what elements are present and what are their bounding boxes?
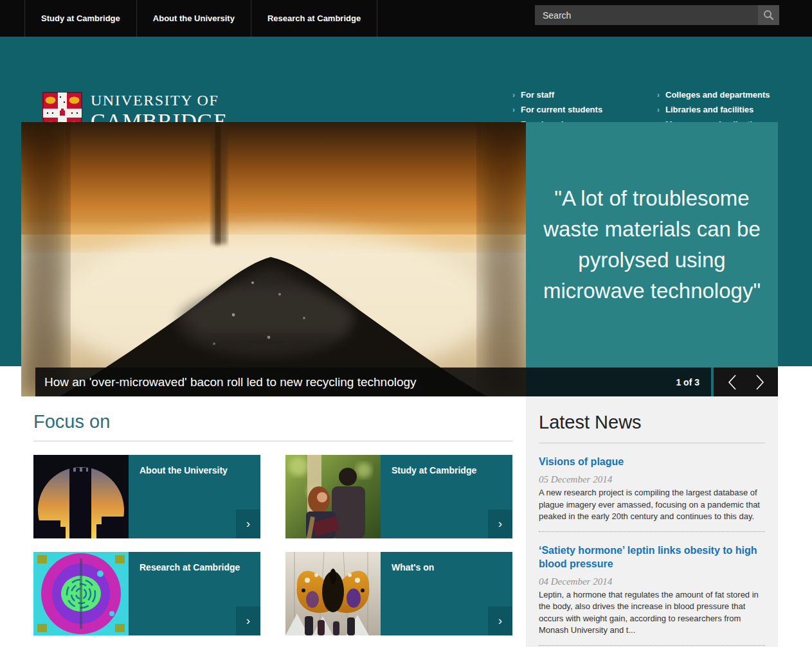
chevron-right-icon: › [512,105,515,114]
chevron-right-icon: › [512,91,515,100]
carousel-quote-text: "A lot of troublesome waste materials ca… [541,183,762,306]
tile-study-at-cambridge[interactable]: Study at Cambridge › [285,455,512,538]
tile-about-the-university[interactable]: About the University › [33,455,260,538]
carousel-pagination-bar: 1 of 3 [526,368,778,396]
study-cambridge-thumbnail [285,455,381,538]
tile-whats-on[interactable]: What's on › [285,552,512,635]
news-item-date: 05 December 2014 [539,474,765,485]
chevron-left-icon [727,374,737,391]
chevron-right-icon: › [657,105,660,114]
cambridge-homepage: Study at Cambridge About the University … [0,0,812,647]
research-cambridge-thumbnail [33,552,129,635]
search-button[interactable] [758,5,779,25]
link-libraries-facilities[interactable]: ›Libraries and facilities [657,102,770,117]
carousel-next-button[interactable] [755,374,765,391]
tile-chevron-right-icon[interactable]: › [488,510,512,538]
link-for-staff[interactable]: ›For staff [512,87,602,102]
tile-label: Study at Cambridge [381,455,512,475]
link-for-current-students[interactable]: ›For current students [512,102,602,117]
chevron-right-icon: › [657,91,660,100]
about-university-thumbnail [33,455,129,538]
pyrolysed-material-photo [21,122,526,396]
news-item-title-link[interactable]: ‘Satiety hormone’ leptin links obesity t… [539,544,765,571]
whats-on-thumbnail [285,552,381,635]
carousel-page-counter: 1 of 3 [526,368,711,396]
carousel-slide-image[interactable]: How an 'over-microwaved' bacon roll led … [21,122,526,396]
latest-news-sidebar: Latest News Visions of plague 05 Decembe… [526,396,778,647]
search-icon [763,10,774,21]
news-item-summary: A new research project is compiling the … [539,487,765,523]
carousel-caption[interactable]: How an 'over-microwaved' bacon roll led … [35,368,526,396]
focus-on-heading: Focus on [33,411,110,432]
tile-chevron-right-icon[interactable]: › [236,510,260,538]
tile-research-at-cambridge[interactable]: Research at Cambridge › [33,552,260,635]
primary-nav: Study at Cambridge About the University … [24,0,377,37]
tile-panel: About the University › [129,455,260,538]
news-item-title-link[interactable]: Visions of plague [539,455,765,468]
tile-label: About the University [129,455,260,475]
tile-chevron-right-icon[interactable]: › [488,607,512,635]
tile-panel: Study at Cambridge › [381,455,512,538]
site-search [535,5,779,25]
top-bar: Study at Cambridge About the University … [0,0,812,37]
news-item: ‘Satiety hormone’ leptin links obesity t… [539,532,765,646]
tab-study-at-cambridge[interactable]: Study at Cambridge [25,0,137,37]
tile-label: Research at Cambridge [129,552,260,572]
news-item-date: 04 December 2014 [539,576,765,587]
news-item: Visions of plague 05 December 2014 A new… [539,443,765,532]
focus-divider [33,441,513,441]
search-input[interactable] [535,5,758,25]
tab-research-at-cambridge[interactable]: Research at Cambridge [251,0,377,37]
chevron-right-icon [755,374,765,391]
tile-label: What's on [381,552,512,572]
tab-about-the-university[interactable]: About the University [137,0,251,37]
tile-chevron-right-icon[interactable]: › [236,607,260,635]
tile-panel: What's on › [381,552,512,635]
carousel-quote-panel: "A lot of troublesome waste materials ca… [526,122,778,368]
tile-panel: Research at Cambridge › [129,552,260,635]
link-colleges-departments[interactable]: ›Colleges and departments [657,87,770,102]
carousel-prev-button[interactable] [727,374,737,391]
carousel-arrows [714,368,778,396]
latest-news-heading: Latest News [539,412,765,433]
news-item-summary: Leptin, a hormone that regulates the amo… [539,589,765,637]
